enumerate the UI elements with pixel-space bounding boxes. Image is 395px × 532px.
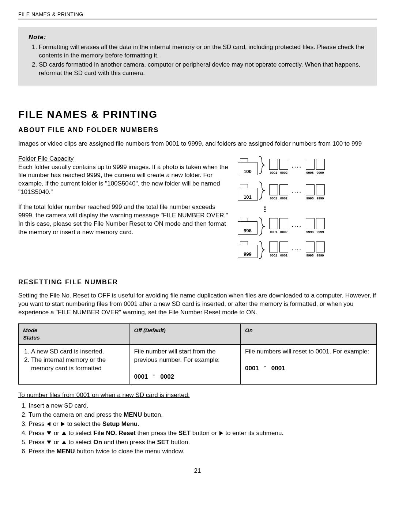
table-header-on: On <box>240 323 376 345</box>
folder-icon: 100 <box>238 161 257 176</box>
arrow-right-icon <box>219 431 223 435</box>
reset-title: RESETTING FILE NUMBER <box>18 278 377 286</box>
folder-capacity-p1: Each folder usually contains up to 9999 … <box>18 164 228 196</box>
diagram-row: 10100010002····99989999 <box>238 180 377 202</box>
arrow-up-icon <box>62 441 66 444</box>
table-header-off: Off (Default) <box>129 323 240 345</box>
sub-section-title: ABOUT FILE AND FOLDER NUMBERS <box>18 125 377 134</box>
intro-paragraph: Images or video clips are assigned file … <box>18 140 377 148</box>
folder-file-diagram: 10000010002····9998999910100010002····99… <box>238 155 377 263</box>
folder-icon: 998 <box>238 221 257 235</box>
arrow-left-icon <box>47 422 50 426</box>
steps-heading: To number files from 0001 on when a new … <box>18 391 377 400</box>
steps-list: Insert a new SD card. Turn the camera on… <box>18 402 377 456</box>
note-box: Note: Formatting will erases all the dat… <box>18 27 377 86</box>
brace-icon <box>257 180 269 202</box>
brace-icon <box>257 216 269 235</box>
note-list: Formatting will erases all the data in t… <box>29 43 366 78</box>
page-number: 21 <box>18 467 377 475</box>
note-item: Formatting will erases all the data in t… <box>39 43 366 60</box>
step-item: Insert a new SD card. <box>29 402 377 410</box>
step-item: Press or to select File NO. Reset then p… <box>29 429 377 438</box>
table-cell-situation: A new SD card is inserted. The internal … <box>19 345 129 385</box>
table-cell-on: File numbers will reset to 0001. For exa… <box>240 345 376 385</box>
table-cell-off: File number will start from the previous… <box>129 345 240 385</box>
arrow-up-icon <box>62 431 66 435</box>
reset-table: Mode Status Off (Default) On A new SD ca… <box>18 323 377 385</box>
diagram-row: 99900010002····99989999 <box>238 240 377 259</box>
folder-icon: 999 <box>238 244 257 259</box>
folder-capacity-block: Folder File Capacity Each folder usually… <box>18 155 231 197</box>
running-head: FILE NAMES & PRINTING <box>18 11 377 19</box>
situation-item: The internal memory or the memory card i… <box>31 356 125 373</box>
arrow-down-icon <box>47 431 51 435</box>
arrow-down-icon <box>47 441 51 444</box>
situation-item: A new SD card is inserted. <box>31 348 125 356</box>
folder-capacity-heading: Folder File Capacity <box>18 155 74 162</box>
table-header-mode-status: Mode Status <box>19 323 129 345</box>
step-item: Press or to select the Setup Menu. <box>29 420 377 428</box>
brace-icon <box>257 155 269 176</box>
diagram-row: 10000010002····99989999 <box>238 155 377 176</box>
section-title: FILE NAMES & PRINTING <box>18 108 377 121</box>
folder-capacity-p2: If the total folder number reached 999 a… <box>18 203 231 237</box>
note-label: Note: <box>29 33 366 42</box>
reset-intro: Setting the File No. Reset to OFF is use… <box>18 292 377 317</box>
step-item: Press or to select On and then press the… <box>29 438 377 447</box>
arrow-right-icon <box>61 422 65 426</box>
brace-icon <box>257 240 269 259</box>
note-item: SD cards formatted in another camera, co… <box>39 61 366 78</box>
diagram-row: 99800010002····99989999 <box>238 216 377 235</box>
step-item: Press the MENU button twice to close the… <box>29 447 377 456</box>
folder-icon: 101 <box>238 187 257 202</box>
step-item: Turn the camera on and press the MENU bu… <box>29 411 377 419</box>
